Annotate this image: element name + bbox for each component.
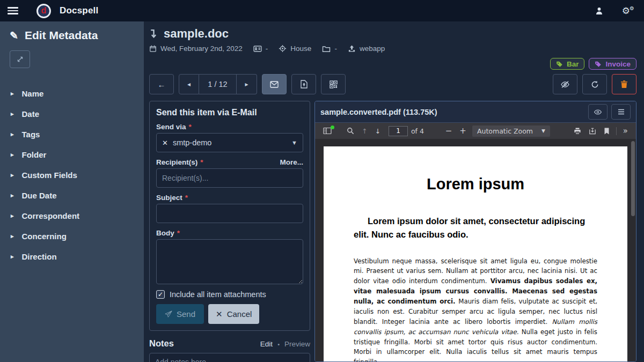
tag-bar[interactable]: Bar [550, 58, 585, 70]
pdfjs-toolbar: ↑ ↓ of 4 − + Automatic Zoom ▼ [315, 123, 636, 139]
more-link[interactable]: More... [280, 158, 303, 166]
chevron-down-icon: ▼ [291, 139, 297, 146]
menu-icon[interactable] [8, 5, 18, 17]
remove-icon[interactable]: ✕ [162, 139, 168, 147]
pdf-zoom-out-button[interactable]: − [442, 126, 456, 136]
tags-row: Bar Invoice [149, 58, 636, 70]
notes-edit-link[interactable]: Edit [260, 340, 273, 348]
delete-button[interactable] [612, 74, 636, 94]
sidebar-item-name[interactable]: ▸Name [10, 83, 134, 104]
caret-right-icon: ▸ [11, 212, 14, 219]
settings-gears-icon[interactable]: ⚙⚙ [616, 5, 636, 17]
user-icon[interactable] [588, 6, 610, 16]
attachment-menu-button[interactable] [611, 104, 631, 120]
qr-code-button[interactable] [321, 74, 346, 94]
pencil-icon: ✎ [10, 29, 18, 42]
notes-preview-link[interactable]: Preview [284, 340, 310, 348]
sidebar-item-concerning[interactable]: ▸Concerning [10, 226, 134, 246]
attachment-view-button[interactable] [588, 104, 608, 120]
top-navbar: d Docspell ⚙⚙ [0, 0, 644, 21]
tag-invoice[interactable]: Invoice [589, 58, 636, 70]
checkbox-checked-icon[interactable]: ✓ [156, 290, 165, 299]
item-pagination: ◂ 1 / 12 ▸ [179, 74, 257, 94]
send-mail-button[interactable] [262, 74, 287, 94]
pdf-sidebar-toggle-button[interactable] [319, 127, 335, 135]
eye-slash-icon [560, 80, 570, 88]
pdf-prev-page-button[interactable]: ↑ [358, 127, 371, 135]
refresh-icon [591, 80, 599, 88]
source-value: webapp [360, 45, 385, 53]
sidebar-item-folder[interactable]: ▸Folder [10, 144, 134, 165]
subject-input[interactable] [156, 204, 303, 223]
folder-icon [322, 45, 331, 53]
include-attachments-checkbox[interactable]: ✓ Include all item attachments [156, 290, 303, 299]
expand-button[interactable] [10, 50, 30, 68]
arrow-left-icon: ← [158, 80, 166, 89]
add-file-button[interactable] [291, 74, 316, 94]
pdf-zoom-in-button[interactable]: + [456, 126, 470, 136]
send-via-select[interactable]: ✕ smtp-demo ▼ [156, 133, 303, 152]
next-item-button[interactable]: ▸ [237, 74, 257, 94]
sidebar-item-date[interactable]: ▸Date [10, 104, 134, 124]
caret-right-icon: ▸ [11, 110, 14, 117]
sidebar: ✎ Edit Metadata ▸Name ▸Date ▸Tags ▸Folde… [0, 21, 144, 362]
sidebar-item-due-date[interactable]: ▸Due Date [10, 185, 134, 205]
attachment-header: sample.converted.pdf (113.75K) [315, 101, 636, 123]
expand-arrows-icon [17, 56, 24, 63]
pdf-next-page-button[interactable]: ↓ [371, 127, 384, 135]
sidebar-title: ✎ Edit Metadata [10, 29, 134, 42]
chevron-down-icon: ▼ [541, 128, 545, 134]
pdf-page: Lorem ipsum Lorem ipsum dolor sit amet, … [324, 146, 627, 361]
pdf-zoom-select[interactable]: Automatic Zoom ▼ [472, 125, 550, 137]
pdf-bookmark-button[interactable] [600, 128, 613, 135]
sidebar-item-custom-fields[interactable]: ▸Custom Fields [10, 165, 134, 185]
sidebar-title-label: Edit Metadata [25, 29, 98, 42]
hide-button[interactable] [553, 74, 577, 94]
docspell-logo[interactable]: d [36, 4, 51, 18]
pdf-search-button[interactable] [343, 127, 358, 135]
mail-column: Send this item via E-Mail Send via* ✕ sm… [149, 101, 310, 362]
page-indicator: 1 / 12 [199, 74, 237, 94]
concerning-value: House [290, 45, 311, 53]
x-icon: ✕ [216, 309, 223, 319]
body-textarea[interactable] [156, 239, 303, 284]
item-title: sample.doc [164, 27, 229, 41]
trash-icon [620, 80, 628, 88]
pdf-scrollbar-thumb[interactable] [631, 141, 635, 216]
send-via-value: smtp-demo [173, 138, 212, 147]
file-upload-icon [301, 80, 308, 88]
body-label: Body* [156, 229, 303, 237]
send-button[interactable]: Send [156, 304, 204, 324]
reprocess-button[interactable] [582, 74, 607, 94]
pdf-page-count: of 4 [411, 127, 424, 135]
pdf-print-button[interactable] [570, 128, 585, 135]
pdf-doc-title: Lorem ipsum [354, 175, 597, 193]
crosshairs-icon [279, 45, 287, 53]
send-mail-panel: Send this item via E-Mail Send via* ✕ sm… [149, 101, 310, 331]
sidebar-item-correspondent[interactable]: ▸Correspondent [10, 205, 134, 226]
notes-textarea[interactable] [149, 353, 310, 362]
attachment-name: sample.converted.pdf (113.75K) [320, 108, 437, 116]
recipients-input[interactable] [156, 168, 303, 188]
qr-grid-icon [330, 80, 338, 88]
pdf-more-tools-button[interactable]: » [619, 126, 632, 136]
sidebar-item-tags[interactable]: ▸Tags [10, 124, 134, 144]
send-via-label: Send via* [156, 123, 303, 131]
address-card-icon [253, 45, 262, 53]
caret-right-icon: ▸ [245, 80, 248, 88]
recipients-label: Recipient(s)* [156, 158, 203, 166]
back-button[interactable]: ← [149, 74, 174, 94]
calendar-icon [149, 45, 157, 53]
pdf-page-input[interactable] [389, 126, 408, 136]
item-date: Wed, February 2nd, 2022 [160, 45, 243, 53]
mail-panel-title: Send this item via E-Mail [156, 108, 303, 117]
sidebar-item-direction[interactable]: ▸Direction [10, 246, 134, 267]
cancel-button[interactable]: ✕ Cancel [208, 304, 259, 324]
caret-left-icon: ◂ [187, 80, 191, 88]
pdf-viewer-area[interactable]: Lorem ipsum Lorem ipsum dolor sit amet, … [315, 139, 636, 361]
prev-item-button[interactable]: ◂ [179, 74, 199, 94]
caret-right-icon: ▸ [11, 233, 14, 240]
sidebar-menu: ▸Name ▸Date ▸Tags ▸Folder ▸Custom Fields… [10, 83, 134, 267]
bars-icon [618, 109, 625, 115]
pdf-download-button[interactable] [585, 128, 600, 135]
